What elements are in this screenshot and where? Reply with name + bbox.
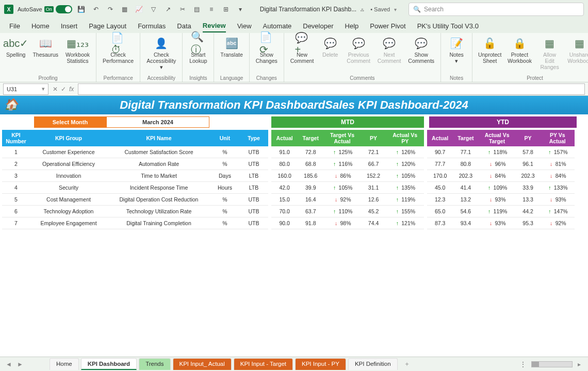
sheet-tab-kpi-input-py[interactable]: KPI Input - PY xyxy=(295,358,346,370)
menu-tab-review[interactable]: Review xyxy=(203,20,226,32)
table-row[interactable]: 70.063.7↑ 110%45.2↑ 155% xyxy=(271,206,424,217)
ribbon-button-label: Allow EditRanges xyxy=(538,52,561,70)
stats-icon: ▦₁₂₃ xyxy=(71,36,85,50)
ribbon-button-translate[interactable]: 🔤Translate xyxy=(217,35,246,59)
sheet-tab-kpi-dashboard[interactable]: KPI Dashboard xyxy=(81,358,137,370)
formula-input[interactable] xyxy=(78,83,585,95)
tab-nav-next[interactable]: ► xyxy=(15,361,25,368)
fx-icon[interactable]: fx xyxy=(69,86,74,93)
table-row[interactable]: 77.780.8↓ 96%96.1↓ 81% xyxy=(427,158,575,170)
cell: ↑ 120% xyxy=(386,158,424,170)
qat-share-icon[interactable]: ↗ xyxy=(163,4,173,14)
table-row[interactable]: 90.091.8↓ 98%74.4↑ 121% xyxy=(271,217,424,229)
table-row[interactable]: 42.039.9↑ 105%31.1↑ 135% xyxy=(271,182,424,194)
cancel-icon[interactable]: ✕ xyxy=(53,86,58,93)
autosave-toggle[interactable]: AutoSave On xyxy=(18,5,72,13)
search-placeholder: Search xyxy=(424,6,444,13)
table-row[interactable]: 3InnovationTime to MarketDaysLTB xyxy=(2,170,268,182)
scroll-right-icon[interactable]: ▸ xyxy=(575,361,584,368)
qat-filter-icon[interactable]: ▽ xyxy=(149,4,159,14)
table-row[interactable]: 80.068.8↑ 116%66.7↑ 120% xyxy=(271,158,424,170)
tab-nav-prev[interactable]: ◄ xyxy=(4,361,13,368)
ribbon-button-check-accessibility-[interactable]: 👤CheckAccessibility ▾ xyxy=(143,35,179,71)
ribbon-button-unprotect-sheet[interactable]: 🔓UnprotectSheet xyxy=(476,35,504,71)
table-row[interactable]: 91.072.8↑ 125%72.1↑ 126% xyxy=(271,146,424,158)
table-row[interactable]: 2Operational EfficiencyAutomation Rate%U… xyxy=(2,158,268,170)
cell: ↓ 96% xyxy=(478,158,515,170)
prev-icon: 💬 xyxy=(351,36,366,50)
sheet-tab-trends[interactable]: Trends xyxy=(139,358,170,370)
menu-tab-page-layout[interactable]: Page Layout xyxy=(89,20,126,32)
ribbon-button-smart-lookup[interactable]: 🔍ⓘSmartLookup xyxy=(186,35,210,65)
sheet-tab-kpi-input-target[interactable]: KPI Input - Target xyxy=(234,358,293,370)
menu-tab-developer[interactable]: Developer xyxy=(303,20,333,32)
qat-calc-icon[interactable]: ⊞ xyxy=(221,4,231,14)
table-row[interactable]: 170.0202.3↓ 84%202.3↓ 84% xyxy=(427,170,575,182)
redo-icon[interactable]: ↷ xyxy=(105,4,116,14)
undo-icon[interactable]: ↶ xyxy=(91,4,101,14)
search-input[interactable]: 🔍 Search xyxy=(409,3,584,16)
menu-tab-data[interactable]: Data xyxy=(177,20,191,32)
cell: % xyxy=(210,146,239,158)
table-row[interactable]: 12.313.2↓ 93%13.3↓ 93% xyxy=(427,194,575,206)
home-icon[interactable]: 🏠 xyxy=(4,98,18,111)
table-row[interactable]: 15.016.4↓ 92%12.6↑ 119% xyxy=(271,194,424,206)
table-row[interactable]: 87.393.4↓ 93%95.3↓ 92% xyxy=(427,217,575,229)
table-row[interactable]: 65.054.6↑ 119%44.2↑ 147% xyxy=(427,206,575,217)
table-row[interactable]: 1Customer ExperienceCustomer Satisfactio… xyxy=(2,146,268,158)
menu-tab-insert[interactable]: Insert xyxy=(61,20,78,32)
ribbon-button-spelling[interactable]: abc✓Spelling xyxy=(3,35,28,65)
ribbon-button-thesaurus[interactable]: 📖Thesaurus xyxy=(29,35,61,65)
menu-tab-pk-s-utility-tool-v3-0[interactable]: PK's Utility Tool V3.0 xyxy=(417,20,479,32)
menu-tab-view[interactable]: View xyxy=(237,20,252,32)
ribbon-button-notes-[interactable]: 📝Notes▾ xyxy=(444,35,469,65)
menu-tab-help[interactable]: Help xyxy=(345,20,359,32)
table-row[interactable]: 6Technology AdoptionTechnology Utilizati… xyxy=(2,206,268,217)
sheet-tab-kpi-definition[interactable]: KPI Definition xyxy=(348,358,398,370)
qat-table-icon[interactable]: ▤ xyxy=(192,4,202,14)
ribbon-button-workbook-statistics[interactable]: ▦₁₂₃WorkbookStatistics xyxy=(62,35,93,65)
select-month-value[interactable]: March 2024 xyxy=(106,116,209,128)
table-row[interactable]: 90.777.1↑ 118%57.8↑ 157% xyxy=(427,146,575,158)
sheet-tab-bar: ◄ ► HomeKPI DashboardTrendsKPI Input_ Ac… xyxy=(0,357,588,371)
save-icon[interactable]: 💾 xyxy=(76,4,87,14)
sheet-tab-home[interactable]: Home xyxy=(50,358,79,370)
check-icon[interactable]: ✓ xyxy=(61,86,66,93)
qat-more-icon[interactable]: ▾ xyxy=(235,4,246,14)
qat-grid-icon[interactable]: ▦ xyxy=(120,4,130,14)
cell: % xyxy=(210,194,239,206)
toggle-switch-icon[interactable] xyxy=(56,5,72,13)
showc-icon: 💬 xyxy=(414,36,429,50)
table-row[interactable]: 45.041.4↑ 109%33.9↑ 133% xyxy=(427,182,575,194)
table-row[interactable]: 4SecurityIncident Response TimeHoursLTB xyxy=(2,182,268,194)
menu-tab-automate[interactable]: Automate xyxy=(263,20,292,32)
name-box[interactable]: U31 ▾ xyxy=(3,83,48,95)
menu-tab-power-pivot[interactable]: Power Pivot xyxy=(370,20,405,32)
cell: ↑ 133% xyxy=(540,182,575,194)
qat-cut-icon[interactable]: ✂ xyxy=(177,4,188,14)
cell: 91.0 xyxy=(271,146,298,158)
table-row[interactable]: 5Cost ManagementDigital Operation Cost R… xyxy=(2,194,268,206)
sheet-options-icon[interactable]: ⋮ xyxy=(517,361,529,368)
menu-tab-file[interactable]: File xyxy=(9,20,20,32)
qat-list-icon[interactable]: ≡ xyxy=(206,4,217,14)
ribbon-button-new-comment[interactable]: 💬+NewComment xyxy=(287,35,317,65)
menu-tab-home[interactable]: Home xyxy=(31,20,50,32)
cell: Operational Efficiency xyxy=(30,158,107,170)
excel-icon: X xyxy=(4,5,13,14)
ribbon-button-delete: 💬Delete xyxy=(318,35,342,65)
ribbon-button-check-performance[interactable]: 📄⏱CheckPerformance xyxy=(100,35,137,65)
table-row[interactable]: 160.0185.6↓ 86%152.2↑ 105% xyxy=(271,170,424,182)
cell: 152.2 xyxy=(361,170,386,182)
ribbon-button-show-changes[interactable]: 📄⟳ShowChanges xyxy=(253,35,281,65)
ribbon-button-protect-workbook[interactable]: 🔒ProtectWorkbook xyxy=(505,35,534,71)
add-sheet-button[interactable]: ＋ xyxy=(402,359,412,369)
menu-tab-formulas[interactable]: Formulas xyxy=(138,20,166,32)
cell: 68.8 xyxy=(298,158,323,170)
chevron-down-icon[interactable]: ▾ xyxy=(42,86,45,92)
ribbon-button-show-comments[interactable]: 💬ShowComments xyxy=(405,35,437,65)
sheet-tab-kpi-input-actual[interactable]: KPI Input_ Actual xyxy=(173,358,232,370)
table-row[interactable]: 7Employee EngagementDigital Training Com… xyxy=(2,217,268,229)
qat-chart-icon[interactable]: 📈 xyxy=(134,4,144,14)
horizontal-scrollbar[interactable] xyxy=(531,361,573,367)
